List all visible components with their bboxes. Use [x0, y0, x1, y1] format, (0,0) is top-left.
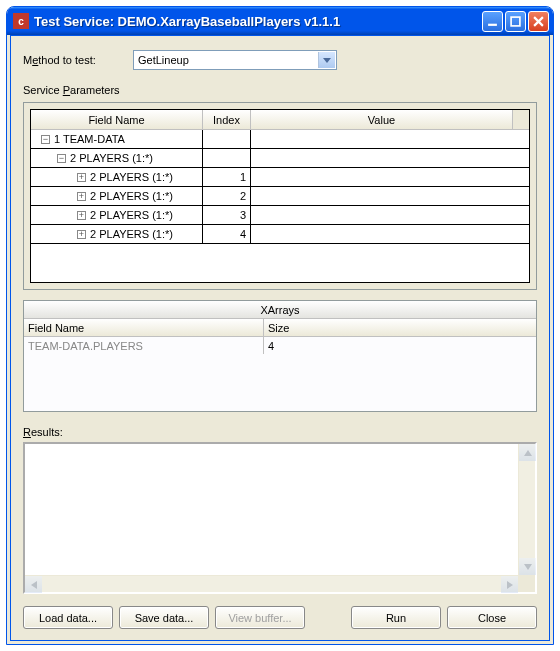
- cell-index: [203, 130, 251, 148]
- node-label: 2 PLAYERS (1:*): [90, 190, 173, 202]
- results-label: Results:: [23, 426, 537, 438]
- scroll-right-icon[interactable]: [501, 576, 518, 593]
- node-label: 1 TEAM-DATA: [54, 133, 125, 145]
- close-icon: [533, 16, 544, 27]
- node-label: 2 PLAYERS (1:*): [90, 209, 173, 221]
- table-row[interactable]: +2 PLAYERS (1:*)1: [31, 168, 529, 187]
- scroll-up-icon[interactable]: [519, 444, 536, 461]
- table-row[interactable]: +2 PLAYERS (1:*)3: [31, 206, 529, 225]
- method-selected: GetLineup: [138, 54, 189, 66]
- cell-field-name: +2 PLAYERS (1:*): [31, 206, 203, 224]
- service-parameters-label: Service Parameters: [23, 84, 537, 96]
- xarrays-col-name[interactable]: Field Name: [24, 319, 264, 336]
- table-row[interactable]: −2 PLAYERS (1:*): [31, 149, 529, 168]
- app-icon-letter: c: [18, 16, 24, 27]
- view-buffer-button: View buffer...: [215, 606, 305, 629]
- scrollbar-corner: [518, 575, 535, 592]
- column-field-name[interactable]: Field Name: [31, 110, 203, 129]
- minimize-icon: [487, 16, 498, 27]
- vertical-scrollbar[interactable]: [518, 444, 535, 575]
- table-row[interactable]: +2 PLAYERS (1:*)4: [31, 225, 529, 244]
- run-button[interactable]: Run: [351, 606, 441, 629]
- node-label: 2 PLAYERS (1:*): [90, 228, 173, 240]
- cell-value[interactable]: [251, 130, 529, 148]
- cell-field-name: −1 TEAM-DATA: [31, 130, 203, 148]
- cell-index: 3: [203, 206, 251, 224]
- close-window-button[interactable]: [528, 11, 549, 32]
- results-textarea[interactable]: [23, 442, 537, 594]
- svg-rect-0: [488, 23, 497, 25]
- table-row[interactable]: −1 TEAM-DATA: [31, 130, 529, 149]
- cell-field-name: +2 PLAYERS (1:*): [31, 225, 203, 243]
- grid-header-pad: [512, 110, 529, 129]
- xarrays-col-size[interactable]: Size: [264, 319, 536, 336]
- xarrays-cell-name: TEAM-DATA.PLAYERS: [24, 337, 264, 354]
- svg-rect-1: [511, 17, 520, 26]
- cell-value[interactable]: [251, 149, 529, 167]
- xarrays-row[interactable]: TEAM-DATA.PLAYERS 4: [24, 337, 536, 354]
- cell-value[interactable]: [251, 225, 529, 243]
- xarrays-cell-size: 4: [264, 337, 536, 354]
- maximize-icon: [510, 16, 521, 27]
- cell-value[interactable]: [251, 206, 529, 224]
- grid-header: Field Name Index Value: [31, 110, 529, 130]
- column-value[interactable]: Value: [251, 110, 512, 129]
- xarrays-panel: XArrays Field Name Size TEAM-DATA.PLAYER…: [23, 300, 537, 412]
- method-combobox[interactable]: GetLineup: [133, 50, 337, 70]
- client-area: Method to test: GetLineup Service Parame…: [10, 35, 550, 641]
- node-label: 2 PLAYERS (1:*): [90, 171, 173, 183]
- cell-index: 2: [203, 187, 251, 205]
- cell-index: [203, 149, 251, 167]
- column-index[interactable]: Index: [203, 110, 251, 129]
- method-label: Method to test:: [23, 54, 133, 66]
- cell-field-name: +2 PLAYERS (1:*): [31, 168, 203, 186]
- expand-icon[interactable]: +: [77, 211, 86, 220]
- table-row[interactable]: +2 PLAYERS (1:*)2: [31, 187, 529, 206]
- close-button[interactable]: Close: [447, 606, 537, 629]
- scroll-down-icon[interactable]: [519, 558, 536, 575]
- cell-index: 4: [203, 225, 251, 243]
- expand-icon[interactable]: +: [77, 173, 86, 182]
- xarrays-title: XArrays: [24, 301, 536, 319]
- horizontal-scrollbar[interactable]: [25, 575, 518, 592]
- app-icon: c: [13, 13, 29, 29]
- title-bar[interactable]: c Test Service: DEMO.XarrayBaseballPlaye…: [7, 7, 553, 35]
- expand-icon[interactable]: +: [77, 192, 86, 201]
- cell-value[interactable]: [251, 168, 529, 186]
- collapse-icon[interactable]: −: [57, 154, 66, 163]
- collapse-icon[interactable]: −: [41, 135, 50, 144]
- cell-value[interactable]: [251, 187, 529, 205]
- xarrays-header: Field Name Size: [24, 319, 536, 337]
- minimize-button[interactable]: [482, 11, 503, 32]
- dialog-window: c Test Service: DEMO.XarrayBaseballPlaye…: [6, 6, 554, 645]
- button-row: Load data... Save data... View buffer...…: [23, 606, 537, 630]
- method-row: Method to test: GetLineup: [23, 50, 537, 70]
- cell-index: 1: [203, 168, 251, 186]
- maximize-button[interactable]: [505, 11, 526, 32]
- parameters-grid[interactable]: Field Name Index Value −1 TEAM-DATA−2 PL…: [30, 109, 530, 283]
- expand-icon[interactable]: +: [77, 230, 86, 239]
- chevron-down-icon[interactable]: [318, 52, 335, 68]
- cell-field-name: +2 PLAYERS (1:*): [31, 187, 203, 205]
- scroll-left-icon[interactable]: [25, 576, 42, 593]
- load-data-button[interactable]: Load data...: [23, 606, 113, 629]
- window-title: Test Service: DEMO.XarrayBaseballPlayers…: [34, 14, 482, 29]
- node-label: 2 PLAYERS (1:*): [70, 152, 153, 164]
- save-data-button[interactable]: Save data...: [119, 606, 209, 629]
- cell-field-name: −2 PLAYERS (1:*): [31, 149, 203, 167]
- service-parameters-panel: Field Name Index Value −1 TEAM-DATA−2 PL…: [23, 102, 537, 290]
